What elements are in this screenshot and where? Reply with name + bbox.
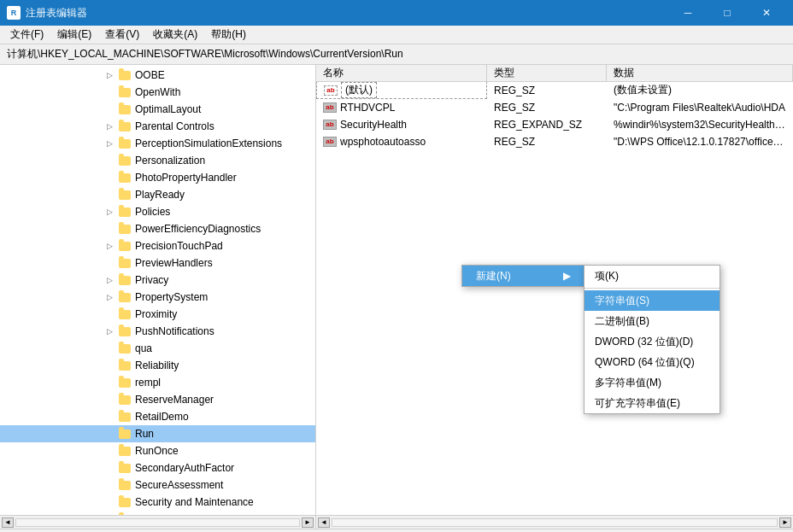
tree-item-privacy[interactable]: ▷ Privacy xyxy=(0,272,315,289)
menu-edit[interactable]: 编辑(E) xyxy=(50,26,98,44)
tree-item-reliability[interactable]: ▷ Reliability xyxy=(0,357,315,374)
tree-item-playready[interactable]: ▷ PlayReady xyxy=(0,186,315,203)
folder-icon xyxy=(118,461,132,475)
menu-view[interactable]: 查看(V) xyxy=(98,26,146,44)
folder-icon xyxy=(118,342,132,355)
tree-item-propertysystem[interactable]: ▷ PropertySystem xyxy=(0,289,315,306)
tree-label: SecureAssessment xyxy=(135,479,223,491)
tree-label: RetailDemo xyxy=(135,411,189,423)
folder-icon xyxy=(118,324,132,338)
reg-value-icon: ab xyxy=(323,120,337,130)
tree-label: PrecisionTouchPad xyxy=(135,240,223,252)
tree-item-photoprop[interactable]: ▷ PhotoPropertyHandler xyxy=(0,169,315,186)
col-header-data[interactable]: 数据 xyxy=(607,65,793,81)
folder-icon xyxy=(118,307,132,321)
main-layout: ▷ OOBE ▷ OpenWith ▷ OptimalLayout ▷ Pare… xyxy=(0,65,793,515)
tree-label: PropertySystem xyxy=(135,291,208,303)
folder-icon xyxy=(118,137,132,150)
hscroll-right[interactable]: ► xyxy=(302,517,314,528)
folder-icon xyxy=(118,256,132,270)
table-row[interactable]: ab SecurityHealth REG_EXPAND_SZ %windir%… xyxy=(316,116,793,133)
reg-value-icon: ab xyxy=(324,85,338,96)
tree-item-oobe[interactable]: ▷ OOBE xyxy=(0,67,315,84)
content-header: 名称 类型 数据 xyxy=(316,65,793,82)
tree-label: Reliability xyxy=(135,360,179,371)
tree-label: OpenWith xyxy=(135,86,180,98)
tree-item-secureassess[interactable]: ▷ SecureAssessment xyxy=(0,476,315,494)
hscroll-left-right[interactable]: ◄ xyxy=(318,517,330,528)
tree-item-perception[interactable]: ▷ PerceptionSimulationExtensions xyxy=(0,135,315,152)
cell-data: %windir%\system32\SecurityHealthSys xyxy=(607,119,793,131)
tree-arrow-oobe: ▷ xyxy=(103,68,116,82)
table-row[interactable]: ab RTHDVCPL REG_SZ "C:\Program Files\Rea… xyxy=(316,99,793,116)
tree-label: OptimalLayout xyxy=(135,103,201,115)
tree-item-proximity[interactable]: ▷ Proximity xyxy=(0,306,315,323)
col-header-type[interactable]: 类型 xyxy=(487,65,607,81)
tree-arrow: ▷ xyxy=(103,290,116,304)
tree-item-run[interactable]: ▷ Run xyxy=(0,425,315,442)
tree-item-settingsync[interactable]: ▷ SettingSync xyxy=(0,511,315,515)
table-row[interactable]: ab wpsphotoautoasso REG_SZ "D:\WPS Offic… xyxy=(316,133,793,150)
tree-item-powereff[interactable]: ▷ PowerEfficiencyDiagnostics xyxy=(0,220,315,237)
folder-icon xyxy=(118,376,132,389)
tree-label: PerceptionSimulationExtensions xyxy=(135,137,282,149)
folder-icon xyxy=(118,188,132,202)
tree-item-retaildemo[interactable]: ▷ RetailDemo xyxy=(0,408,315,425)
tree-item-precision[interactable]: ▷ PrecisionTouchPad xyxy=(0,237,315,254)
tree-item-secondaryauth[interactable]: ▷ SecondaryAuthFactor xyxy=(0,459,315,476)
tree-label: Proximity xyxy=(135,308,177,320)
cell-type: REG_SZ xyxy=(487,136,607,148)
reg-value-icon: ab xyxy=(323,137,337,147)
menu-favorites[interactable]: 收藏夹(A) xyxy=(146,26,204,44)
col-header-name[interactable]: 名称 xyxy=(316,65,487,81)
tree-item-policies[interactable]: ▷ Policies xyxy=(0,203,315,220)
tree-item-rempl[interactable]: ▷ rempl xyxy=(0,374,315,391)
tree-arrow: ▷ xyxy=(103,273,116,287)
hscroll-track xyxy=(15,518,300,527)
folder-icon xyxy=(118,512,132,515)
tree-item-openwith[interactable]: ▷ OpenWith xyxy=(0,84,315,101)
folder-icon xyxy=(118,154,132,167)
tree-label: OOBE xyxy=(135,69,165,81)
cell-type: REG_SZ xyxy=(487,102,607,114)
hscroll-right-right[interactable]: ► xyxy=(779,517,791,528)
table-row[interactable]: ab (默认) REG_SZ (数值未设置) xyxy=(316,82,793,99)
tree-item-pushnotif[interactable]: ▷ PushNotifications xyxy=(0,323,315,340)
folder-icon xyxy=(118,222,132,236)
tree-item-runonce[interactable]: ▷ RunOnce xyxy=(0,442,315,459)
tree-arrow: ▷ xyxy=(103,120,116,133)
tree-item-parental[interactable]: ▷ Parental Controls xyxy=(0,118,315,135)
folder-icon xyxy=(118,273,132,287)
content-rows[interactable]: ab (默认) REG_SZ (数值未设置) ab RTHDVCPL REG_S… xyxy=(316,82,793,515)
tree-item-personalization[interactable]: ▷ Personalization xyxy=(0,152,315,169)
hscroll-left[interactable]: ◄ xyxy=(2,517,14,528)
folder-icon xyxy=(118,427,132,441)
tree-scroll[interactable]: ▷ OOBE ▷ OpenWith ▷ OptimalLayout ▷ Pare… xyxy=(0,65,315,515)
minimize-button[interactable]: ─ xyxy=(668,0,708,26)
tree-panel: ▷ OOBE ▷ OpenWith ▷ OptimalLayout ▷ Pare… xyxy=(0,65,316,515)
folder-icon xyxy=(118,171,132,184)
menu-help[interactable]: 帮助(H) xyxy=(204,26,253,44)
folder-icon xyxy=(118,410,132,424)
menu-file[interactable]: 文件(F) xyxy=(3,26,50,44)
tree-arrow: ▷ xyxy=(103,137,116,150)
address-text: 计算机\HKEY_LOCAL_MACHINE\SOFTWARE\Microsof… xyxy=(7,47,403,61)
close-button[interactable]: ✕ xyxy=(747,0,786,26)
tree-item-qua[interactable]: ▷ qua xyxy=(0,340,315,357)
tree-item-optimallayout[interactable]: ▷ OptimalLayout xyxy=(0,101,315,118)
right-hscrollbar[interactable]: ◄ ► xyxy=(316,516,793,529)
tree-label: SettingSync xyxy=(135,513,190,515)
maximize-button[interactable]: □ xyxy=(708,0,747,26)
cell-name: ab (默认) xyxy=(316,82,487,99)
app-icon: R xyxy=(7,6,21,20)
cell-data: "C:\Program Files\Realtek\Audio\HDA xyxy=(607,102,793,114)
tree-label: PushNotifications xyxy=(135,325,214,337)
tree-item-security-maintenance[interactable]: ▷ Security and Maintenance xyxy=(0,494,315,511)
tree-arrow: ▷ xyxy=(103,205,116,219)
window-title: 注册表编辑器 xyxy=(26,6,668,20)
tree-item-reservemgr[interactable]: ▷ ReserveManager xyxy=(0,391,315,408)
status-bar: 计算机\HKEY_LOCAL_MACHINE\SOFTWARE\Microsof… xyxy=(0,529,793,532)
horizontal-scrollbar: ◄ ► ◄ ► xyxy=(0,515,793,529)
left-hscrollbar[interactable]: ◄ ► xyxy=(0,516,316,529)
tree-item-previewhandlers[interactable]: ▷ PreviewHandlers xyxy=(0,254,315,272)
